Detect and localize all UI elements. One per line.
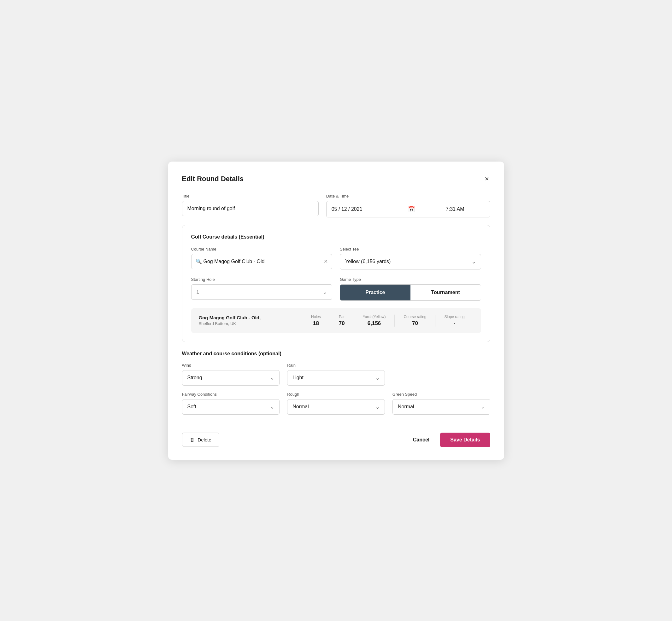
title-datetime-row: Title Date & Time 05 / 12 / 2021 📅 7:31 … xyxy=(182,194,490,217)
select-tee-dropdown[interactable]: Yellow (6,156 yards) ⌄ xyxy=(340,254,481,270)
yards-label: Yards(Yellow) xyxy=(363,315,386,319)
starting-hole-label: Starting Hole xyxy=(191,277,333,282)
trash-icon: 🗑 xyxy=(190,437,195,443)
select-tee-value: Yellow (6,156 yards) xyxy=(345,259,390,264)
game-type-group: Game Type Practice Tournament xyxy=(340,277,481,301)
fairway-dropdown[interactable]: Soft ⌄ xyxy=(182,399,280,415)
datetime-group: Date & Time 05 / 12 / 2021 📅 7:31 AM xyxy=(326,194,490,217)
golf-section-title: Golf Course details (Essential) xyxy=(191,234,481,240)
wind-group: Wind Strong ⌄ xyxy=(182,363,280,385)
course-info-stats: Holes 18 Par 70 Yards(Yellow) 6,156 Cour… xyxy=(302,315,473,327)
course-name-group: Course Name 🔍 ✕ xyxy=(191,247,333,270)
rough-label: Rough xyxy=(287,392,385,397)
title-group: Title xyxy=(182,194,319,217)
delete-button[interactable]: 🗑 Delete xyxy=(182,432,219,447)
date-field[interactable]: 05 / 12 / 2021 📅 xyxy=(326,201,420,217)
green-speed-group: Green Speed Normal ⌄ xyxy=(392,392,490,415)
green-speed-value: Normal xyxy=(398,404,414,410)
course-name-input-wrap: 🔍 ✕ xyxy=(191,254,333,269)
time-value: 7:31 AM xyxy=(446,206,464,212)
course-info-location: Shelford Bottom, UK xyxy=(199,321,261,326)
rain-group: Rain Light ⌄ xyxy=(287,363,385,385)
slope-rating-label: Slope rating xyxy=(444,315,464,319)
cancel-button[interactable]: Cancel xyxy=(410,433,432,447)
par-label: Par xyxy=(339,315,345,319)
weather-section-title: Weather and course conditions (optional) xyxy=(182,351,490,357)
date-value: 05 / 12 / 2021 xyxy=(332,206,363,212)
rough-dropdown[interactable]: Normal ⌄ xyxy=(287,399,385,415)
footer-row: 🗑 Delete Cancel Save Details xyxy=(182,425,490,447)
practice-toggle-button[interactable]: Practice xyxy=(340,285,411,300)
golf-course-section: Golf Course details (Essential) Course N… xyxy=(182,225,490,342)
rain-value: Light xyxy=(292,375,303,380)
holes-value: 18 xyxy=(313,320,319,327)
holes-label: Holes xyxy=(311,315,321,319)
starting-hole-dropdown[interactable]: 1 ⌄ xyxy=(191,284,333,300)
hole-gametype-row: Starting Hole 1 ⌄ Game Type Practice Tou… xyxy=(191,277,481,301)
course-name-label: Course Name xyxy=(191,247,333,251)
course-info-box: Gog Magog Golf Club - Old, Shelford Bott… xyxy=(191,308,481,333)
delete-label: Delete xyxy=(198,437,211,443)
stat-par: Par 70 xyxy=(330,315,354,327)
course-rating-value: 70 xyxy=(412,320,418,327)
edit-round-modal: Edit Round Details × Title Date & Time 0… xyxy=(168,162,504,460)
fairway-group: Fairway Conditions Soft ⌄ xyxy=(182,392,280,415)
rain-label: Rain xyxy=(287,363,385,368)
green-speed-label: Green Speed xyxy=(392,392,490,397)
calendar-icon: 📅 xyxy=(408,206,415,213)
search-icon: 🔍 xyxy=(196,258,202,264)
course-info-name-location: Gog Magog Golf Club - Old, Shelford Bott… xyxy=(199,315,261,326)
rain-dropdown[interactable]: Light ⌄ xyxy=(287,370,385,385)
modal-header: Edit Round Details × xyxy=(182,174,490,184)
fairway-rough-green-row: Fairway Conditions Soft ⌄ Rough Normal ⌄… xyxy=(182,392,490,415)
chevron-down-icon: ⌄ xyxy=(481,404,485,410)
datetime-label: Date & Time xyxy=(326,194,490,199)
wind-rain-row: Wind Strong ⌄ Rain Light ⌄ xyxy=(182,363,490,385)
rough-group: Rough Normal ⌄ xyxy=(287,392,385,415)
footer-right: Cancel Save Details xyxy=(410,432,490,447)
stat-slope-rating: Slope rating - xyxy=(435,315,473,327)
chevron-down-icon: ⌄ xyxy=(375,404,380,410)
title-label: Title xyxy=(182,194,319,199)
save-button[interactable]: Save Details xyxy=(440,432,490,447)
chevron-down-icon: ⌄ xyxy=(270,375,274,381)
tournament-toggle-button[interactable]: Tournament xyxy=(411,285,481,300)
green-speed-dropdown[interactable]: Normal ⌄ xyxy=(392,399,490,415)
course-tee-row: Course Name 🔍 ✕ Select Tee Yellow (6,156… xyxy=(191,247,481,270)
starting-hole-group: Starting Hole 1 ⌄ xyxy=(191,277,333,301)
modal-title: Edit Round Details xyxy=(182,175,244,183)
course-info-name: Gog Magog Golf Club - Old, xyxy=(199,315,261,320)
game-type-label: Game Type xyxy=(340,277,481,282)
starting-hole-value: 1 xyxy=(197,289,199,295)
fairway-label: Fairway Conditions xyxy=(182,392,280,397)
course-name-input[interactable] xyxy=(191,254,333,269)
stat-course-rating: Course rating 70 xyxy=(394,315,435,327)
select-tee-label: Select Tee xyxy=(340,247,481,251)
chevron-down-icon: ⌄ xyxy=(472,259,476,265)
chevron-down-icon: ⌄ xyxy=(375,375,380,381)
wind-label: Wind xyxy=(182,363,280,368)
par-value: 70 xyxy=(339,320,345,327)
title-input[interactable] xyxy=(182,201,319,216)
stat-holes: Holes 18 xyxy=(302,315,330,327)
yards-value: 6,156 xyxy=(368,320,381,327)
close-button[interactable]: × xyxy=(484,174,490,184)
slope-rating-value: - xyxy=(454,320,456,327)
chevron-down-icon: ⌄ xyxy=(270,404,274,410)
clear-icon[interactable]: ✕ xyxy=(324,258,328,264)
course-rating-label: Course rating xyxy=(404,315,426,319)
weather-section: Weather and course conditions (optional)… xyxy=(182,351,490,415)
rough-value: Normal xyxy=(292,404,309,410)
game-type-toggle: Practice Tournament xyxy=(340,284,481,301)
wind-value: Strong xyxy=(187,375,202,380)
fairway-value: Soft xyxy=(187,404,196,410)
time-field[interactable]: 7:31 AM xyxy=(420,201,490,217)
wind-dropdown[interactable]: Strong ⌄ xyxy=(182,370,280,385)
stat-yards: Yards(Yellow) 6,156 xyxy=(354,315,395,327)
select-tee-group: Select Tee Yellow (6,156 yards) ⌄ xyxy=(340,247,481,270)
chevron-down-icon: ⌄ xyxy=(323,289,327,295)
date-time-field: 05 / 12 / 2021 📅 7:31 AM xyxy=(326,201,490,217)
